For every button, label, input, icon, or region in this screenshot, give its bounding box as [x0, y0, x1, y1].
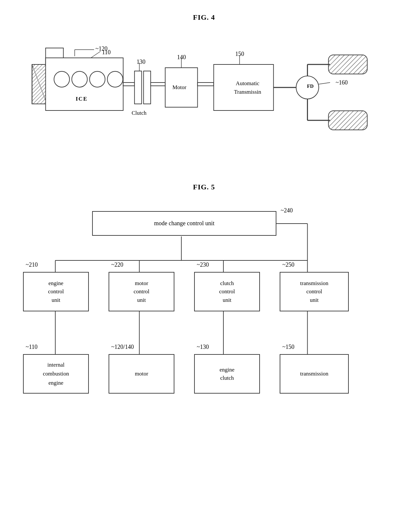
fig4-title: FIG. 4	[20, 13, 388, 22]
ref-250: ~250	[282, 261, 294, 268]
ref-150-fig5: ~150	[282, 344, 294, 351]
svg-rect-8	[46, 58, 123, 110]
fig5-title: FIG. 5	[20, 183, 388, 191]
ref-130-fig5: ~130	[197, 344, 209, 351]
svg-rect-0	[32, 64, 47, 104]
ref-130: 130	[137, 59, 145, 65]
clutch-control-unit-box: clutchcontrolunit	[194, 272, 260, 311]
ref-150: 150	[235, 51, 244, 58]
fig4-connections-svg	[20, 32, 388, 157]
svg-rect-16	[151, 83, 165, 86]
engine-control-unit-box: enginecontrolunit	[23, 272, 89, 311]
ref-220: ~220	[111, 261, 123, 268]
transmission-box: transmission	[280, 354, 349, 394]
ref-110: 110	[102, 49, 111, 56]
ref-160: ~160	[336, 79, 348, 86]
fd-label: FD	[307, 84, 314, 89]
mode-change-label: mode change control unit	[154, 220, 214, 227]
clutch-control-label: clutchcontrolunit	[219, 279, 235, 304]
motor-control-label: motorcontrolunit	[134, 279, 149, 304]
svg-rect-14	[135, 71, 142, 104]
motor-box: motor	[109, 354, 174, 394]
svg-line-1	[32, 64, 47, 104]
mode-change-control-unit-box: mode change control unit	[92, 211, 276, 236]
engine-clutch-box: engineclutch	[194, 354, 260, 394]
fig5-container: FIG. 5	[20, 183, 388, 431]
motor-device-label: motor	[135, 371, 148, 377]
ref-120-140: ~120/140	[111, 344, 134, 351]
internal-combustion-engine-box: internal combustion engine	[23, 354, 89, 394]
ref-110-fig5: ~110	[26, 344, 38, 351]
fig5-diagram: mode change control unit ~240 enginecont…	[20, 201, 388, 431]
svg-line-30	[91, 51, 100, 58]
svg-rect-18	[197, 83, 214, 86]
svg-rect-27	[328, 111, 367, 130]
svg-line-2	[32, 68, 47, 71]
internal-combustion-label: internal combustion engine	[43, 360, 69, 387]
auto-trans-text: AutomaticTransmissin	[234, 80, 261, 95]
ref-210: ~210	[26, 261, 38, 268]
svg-rect-7	[46, 48, 64, 66]
ref-240: ~240	[281, 207, 293, 214]
svg-point-12	[107, 71, 123, 87]
ref-230: ~230	[197, 261, 209, 268]
svg-rect-15	[143, 71, 151, 104]
page: FIG. 4	[0, 0, 408, 532]
motor-label: Motor	[172, 84, 187, 91]
svg-point-9	[54, 71, 69, 87]
fig4-diagram: ICE Clutch Motor AutomaticTransmissin FD…	[20, 32, 388, 157]
svg-point-10	[72, 71, 87, 87]
svg-point-11	[89, 71, 105, 87]
clutch-label: Clutch	[132, 110, 146, 116]
ref-120-tilde: ~	[95, 45, 99, 52]
svg-rect-13	[123, 83, 134, 86]
transmission-control-unit-box: transmissioncontrolunit	[280, 272, 349, 311]
transmission-device-label: transmission	[300, 371, 328, 377]
auto-trans-label: AutomaticTransmissin	[220, 79, 275, 96]
motor-control-unit-box: motorcontrolunit	[109, 272, 174, 311]
svg-rect-26	[328, 55, 367, 74]
fig5-connections-svg	[20, 201, 388, 431]
ice-label: ICE	[76, 96, 88, 102]
engine-clutch-label: engineclutch	[219, 366, 234, 382]
svg-line-34	[319, 83, 330, 84]
svg-rect-6	[32, 64, 47, 104]
engine-control-label: enginecontrolunit	[48, 279, 64, 304]
ref-140: 140	[177, 54, 186, 61]
fig4-container: FIG. 4	[20, 13, 388, 157]
transmission-control-label: transmissioncontrolunit	[300, 279, 328, 304]
